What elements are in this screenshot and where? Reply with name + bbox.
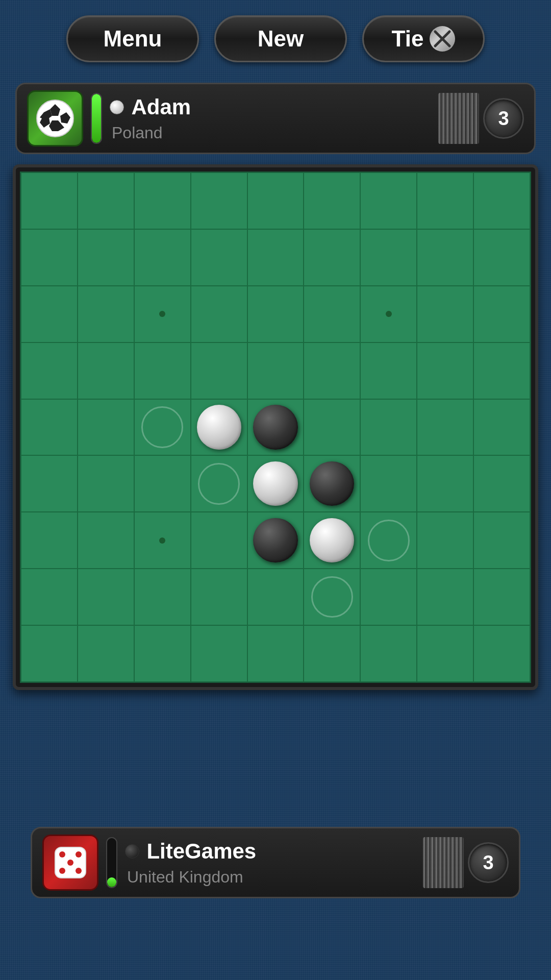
board-cell[interactable] <box>78 229 134 286</box>
board-cell[interactable] <box>134 399 191 456</box>
board-cell[interactable] <box>360 229 417 286</box>
menu-button[interactable]: Menu <box>66 15 199 62</box>
board-cell[interactable] <box>360 512 417 569</box>
board-cell[interactable] <box>78 399 134 456</box>
board-cell[interactable] <box>134 625 191 682</box>
player2-health-bar <box>106 837 117 888</box>
board-cell[interactable] <box>417 173 473 229</box>
board-cell[interactable] <box>191 569 247 625</box>
board-cell[interactable] <box>191 399 247 456</box>
board-cell[interactable] <box>191 229 247 286</box>
board-cell[interactable] <box>191 173 247 229</box>
board-cell[interactable] <box>360 286 417 342</box>
board-cell[interactable] <box>473 286 530 342</box>
board-cell[interactable] <box>473 455 530 512</box>
board-cell[interactable] <box>247 455 304 512</box>
board-cell[interactable] <box>247 173 304 229</box>
player2-info: LiteGames United Kingdom <box>125 839 415 887</box>
board-cell[interactable] <box>134 173 191 229</box>
menu-label: Menu <box>104 26 162 52</box>
board-cell[interactable] <box>304 569 360 625</box>
board-cell[interactable] <box>304 286 360 342</box>
player2-score-area: 3 <box>423 837 509 888</box>
board-cell[interactable] <box>21 173 78 229</box>
board-cell[interactable] <box>191 455 247 512</box>
board-cell[interactable] <box>360 625 417 682</box>
board-cell[interactable] <box>247 229 304 286</box>
board-cell[interactable] <box>304 342 360 399</box>
board-cell[interactable] <box>191 342 247 399</box>
top-toolbar: Menu New Tie <box>0 0 551 78</box>
board-cell[interactable] <box>304 399 360 456</box>
board-cell[interactable] <box>21 512 78 569</box>
board-cell[interactable] <box>247 342 304 399</box>
board-cell[interactable] <box>247 512 304 569</box>
board-cell[interactable] <box>191 512 247 569</box>
board-cell[interactable] <box>417 569 473 625</box>
board-cell[interactable] <box>417 455 473 512</box>
new-button[interactable]: New <box>214 15 347 62</box>
board-cell[interactable] <box>78 625 134 682</box>
board-cell[interactable] <box>304 229 360 286</box>
board-cell[interactable] <box>78 173 134 229</box>
board-cell[interactable] <box>304 512 360 569</box>
tie-button[interactable]: Tie <box>362 15 485 62</box>
board-cell[interactable] <box>134 286 191 342</box>
board-cell[interactable] <box>21 342 78 399</box>
board-cell[interactable] <box>134 342 191 399</box>
player1-stripes <box>438 93 479 144</box>
board-cell[interactable] <box>21 229 78 286</box>
board-cell[interactable] <box>417 625 473 682</box>
board-cell[interactable] <box>134 512 191 569</box>
board-cell[interactable] <box>78 455 134 512</box>
board-cell[interactable] <box>134 455 191 512</box>
board-cell[interactable] <box>21 399 78 456</box>
board-cell[interactable] <box>21 625 78 682</box>
board-cell[interactable] <box>21 286 78 342</box>
board-cell[interactable] <box>304 173 360 229</box>
board-cell[interactable] <box>417 399 473 456</box>
board-cell[interactable] <box>304 625 360 682</box>
board-cell[interactable] <box>417 229 473 286</box>
board-cell[interactable] <box>304 455 360 512</box>
piece-white <box>197 405 241 449</box>
board-cell[interactable] <box>360 342 417 399</box>
board-cell[interactable] <box>134 569 191 625</box>
board-cell[interactable] <box>473 229 530 286</box>
board-cell[interactable] <box>191 286 247 342</box>
board-cell[interactable] <box>360 569 417 625</box>
board-cell[interactable] <box>78 569 134 625</box>
piece-empty <box>311 576 353 618</box>
piece-black <box>253 518 297 562</box>
game-board[interactable] <box>20 172 531 683</box>
board-cell[interactable] <box>360 399 417 456</box>
svg-point-11 <box>67 860 73 866</box>
board-cell[interactable] <box>473 625 530 682</box>
board-cell[interactable] <box>247 286 304 342</box>
board-cell[interactable] <box>191 625 247 682</box>
board-cell[interactable] <box>247 569 304 625</box>
player2-score: 3 <box>468 842 509 883</box>
board-cell[interactable] <box>417 342 473 399</box>
board-cell[interactable] <box>78 342 134 399</box>
tie-label: Tie <box>392 26 424 52</box>
board-cell[interactable] <box>417 512 473 569</box>
piece-white <box>310 518 354 562</box>
board-cell[interactable] <box>473 173 530 229</box>
board-cell[interactable] <box>473 399 530 456</box>
board-cell[interactable] <box>247 399 304 456</box>
board-cell[interactable] <box>134 229 191 286</box>
board-cell[interactable] <box>473 512 530 569</box>
board-cell[interactable] <box>78 512 134 569</box>
player1-avatar <box>27 90 83 146</box>
board-cell[interactable] <box>360 173 417 229</box>
board-cell[interactable] <box>21 569 78 625</box>
board-cell[interactable] <box>417 286 473 342</box>
board-cell[interactable] <box>360 455 417 512</box>
board-cell[interactable] <box>473 569 530 625</box>
board-cell[interactable] <box>247 625 304 682</box>
board-cell[interactable] <box>473 342 530 399</box>
player2-country: United Kingdom <box>125 868 415 887</box>
board-cell[interactable] <box>78 286 134 342</box>
board-cell[interactable] <box>21 455 78 512</box>
